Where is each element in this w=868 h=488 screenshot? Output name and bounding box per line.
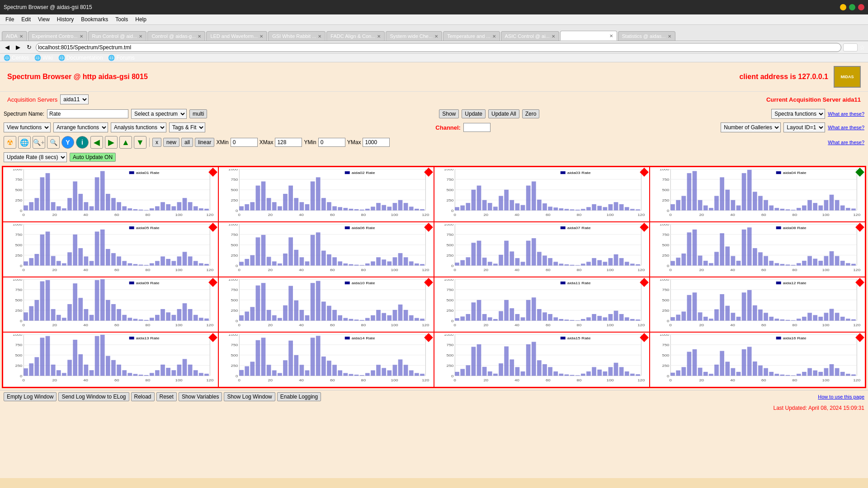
close-icon[interactable]: ✕ [492, 34, 496, 39]
update-all-button[interactable]: Update All [488, 109, 519, 118]
menu-edit[interactable]: Edit [18, 15, 34, 23]
bookmark-centos[interactable]: 🌐 Centos [4, 55, 29, 61]
update-rate-select[interactable]: Update Rate (8 secs) [4, 152, 67, 162]
tab-fadc[interactable]: FADC Align & Con... ✕ [326, 31, 385, 41]
channel-input[interactable] [463, 123, 491, 132]
select-spectrum-dropdown[interactable]: Select a spectrum [131, 109, 187, 119]
tab-spectrum-browser[interactable]: Spectrum Browse... ✕ [560, 31, 617, 41]
ymax-input[interactable] [363, 138, 390, 147]
bookmark-documentation[interactable]: 🌐 Documentation [58, 55, 103, 61]
update-button[interactable]: Update [462, 109, 486, 118]
chart-cell-aida12[interactable]: 02505007501000020406080100120aida12 Rate [650, 277, 865, 332]
spectra-functions-select[interactable]: Spectra functions [771, 109, 825, 119]
info-button[interactable]: i [76, 136, 89, 149]
minimize-button[interactable] [840, 4, 846, 10]
chart-cell-aida16[interactable]: 02505007501000020406080100120aida16 Rate [650, 332, 865, 387]
y-button[interactable]: Y [61, 136, 74, 149]
enable-logging-button[interactable]: Enable Logging [277, 392, 321, 401]
all-button[interactable]: all [181, 138, 193, 147]
new-button[interactable]: new [163, 138, 179, 147]
tab-gsi-white-rabbit[interactable]: GSI White Rabbit ... ✕ [268, 31, 326, 41]
chart-cell-aida07[interactable]: 02505007501000020406080100120aida07 Rate [434, 222, 650, 277]
menu-history[interactable]: History [53, 15, 77, 23]
radiation-button[interactable]: ☢ [4, 136, 16, 149]
bookmark-wiki[interactable]: 🌐 Wiki [34, 55, 53, 61]
analysis-functions-select[interactable]: Analysis functions [111, 122, 166, 132]
zero-button[interactable]: Zero [522, 109, 540, 118]
chart-cell-aida03[interactable]: 02505007501000020406080100120aida03 Rate [434, 167, 650, 222]
arrow-up-button[interactable]: ▲ [119, 136, 132, 149]
close-icon[interactable]: ✕ [434, 34, 438, 39]
close-button[interactable] [858, 4, 864, 10]
globe-button[interactable]: 🌐 [18, 136, 31, 149]
close-icon[interactable]: ✕ [377, 34, 381, 39]
tags-fits-select[interactable]: Tags & Fits [169, 122, 205, 132]
zoom-in-button[interactable]: 🔍+ [33, 136, 45, 149]
show-variables-button[interactable]: Show Variables [179, 392, 222, 401]
menu-bookmarks[interactable]: Bookmarks [77, 15, 112, 23]
linear-button[interactable]: linear [195, 138, 214, 147]
chart-cell-aida09[interactable]: 02505007501000020406080100120aida09 Rate [3, 277, 218, 332]
what-are-these-2[interactable]: What are these? [828, 125, 864, 130]
chart-cell-aida01[interactable]: 02505007501000020406080100120aida01 Rate [3, 167, 218, 222]
what-are-these-1[interactable]: What are these? [828, 111, 864, 117]
menu-view[interactable]: View [34, 15, 53, 23]
chart-cell-aida14[interactable]: 02505007501000020406080100120aida14 Rate [218, 332, 434, 387]
chart-cell-aida06[interactable]: 02505007501000020406080100120aida06 Rate [218, 222, 434, 277]
bookmark-icon[interactable]: ☆ [859, 44, 865, 51]
xmax-input[interactable] [275, 138, 302, 147]
empty-log-button[interactable]: Empty Log Window [4, 392, 57, 401]
close-icon[interactable]: ✕ [80, 34, 83, 39]
arrow-left-button[interactable]: ◀ [90, 136, 103, 149]
close-icon[interactable]: ✕ [198, 34, 201, 39]
chart-cell-aida10[interactable]: 02505007501000020406080100120aida10 Rate [218, 277, 434, 332]
tab-run-control[interactable]: Run Control @ aid... ✕ [88, 31, 147, 41]
chart-cell-aida15[interactable]: 02505007501000020406080100120aida15 Rate [434, 332, 650, 387]
chart-cell-aida04[interactable]: 02505007501000020406080100120aida04 Rate [650, 167, 865, 222]
tab-temperature[interactable]: Temperature and ... ✕ [443, 31, 500, 41]
forward-button[interactable]: ▶ [14, 42, 23, 52]
chart-cell-aida02[interactable]: 02505007501000020406080100120aida02 Rate [218, 167, 434, 222]
arrow-down-button[interactable]: ▼ [134, 136, 146, 149]
reload-button[interactable]: ↻ [24, 42, 34, 52]
menu-file[interactable]: File [2, 15, 18, 23]
reset-button[interactable]: Reset [156, 392, 177, 401]
chart-cell-aida13[interactable]: 02505007501000020406080100120aida13 Rate [3, 332, 218, 387]
acq-server-select[interactable]: aida11 [60, 94, 89, 104]
what-are-these-3[interactable]: What are these? [828, 140, 864, 145]
tab-statistics[interactable]: Statistics @ aidas... ✕ [618, 31, 675, 41]
url-input[interactable] [36, 43, 841, 52]
auto-update-button[interactable]: Auto Update ON [70, 153, 116, 162]
tab-system-wide[interactable]: System wide Che... ✕ [386, 31, 442, 41]
tab-aida[interactable]: AIDA ✕ [2, 31, 27, 41]
close-icon[interactable]: ✕ [19, 34, 23, 39]
close-icon[interactable]: ✕ [318, 34, 321, 39]
chart-cell-aida11[interactable]: 02505007501000020406080100120aida11 Rate [434, 277, 650, 332]
tab-experiment-control[interactable]: Experiment Contro... ✕ [28, 31, 87, 41]
close-icon[interactable]: ✕ [259, 34, 263, 39]
menu-tools[interactable]: Tools [112, 15, 132, 23]
spectrum-name-input[interactable] [47, 109, 128, 118]
close-icon[interactable]: ✕ [552, 34, 555, 39]
view-functions-select[interactable]: View functions [4, 122, 51, 132]
arrange-functions-select[interactable]: Arrange functions [53, 122, 108, 132]
show-log-button[interactable]: Show Log Window [224, 392, 275, 401]
show-button[interactable]: Show [439, 109, 459, 118]
tab-led-waveform[interactable]: LED and Waveform... ✕ [206, 31, 267, 41]
how-to-use[interactable]: How to use this page [818, 394, 864, 399]
back-button[interactable]: ◀ [3, 42, 12, 52]
zoom-out-button[interactable]: 🔍 [47, 136, 60, 149]
close-icon[interactable]: ✕ [609, 33, 613, 38]
send-log-button[interactable]: Send Log Window to ELog [58, 392, 129, 401]
chart-cell-aida05[interactable]: 02505007501000020406080100120aida05 Rate [3, 222, 218, 277]
number-of-galleries-select[interactable]: Number of Galleries [721, 122, 781, 132]
maximize-button[interactable] [849, 4, 855, 10]
tab-asic-control[interactable]: ASIC Control @ ai... ✕ [501, 31, 559, 41]
xmin-input[interactable] [231, 138, 258, 147]
bookmark-forums[interactable]: 🌐 Forums [108, 55, 135, 61]
close-icon[interactable]: ✕ [668, 34, 671, 39]
reload-button[interactable]: Reload [131, 392, 155, 401]
multi-button[interactable]: multi [189, 109, 207, 118]
how-to-use-link[interactable]: How to use this page [818, 394, 864, 399]
tab-control[interactable]: Control @ aidas-g... ✕ [147, 31, 205, 41]
